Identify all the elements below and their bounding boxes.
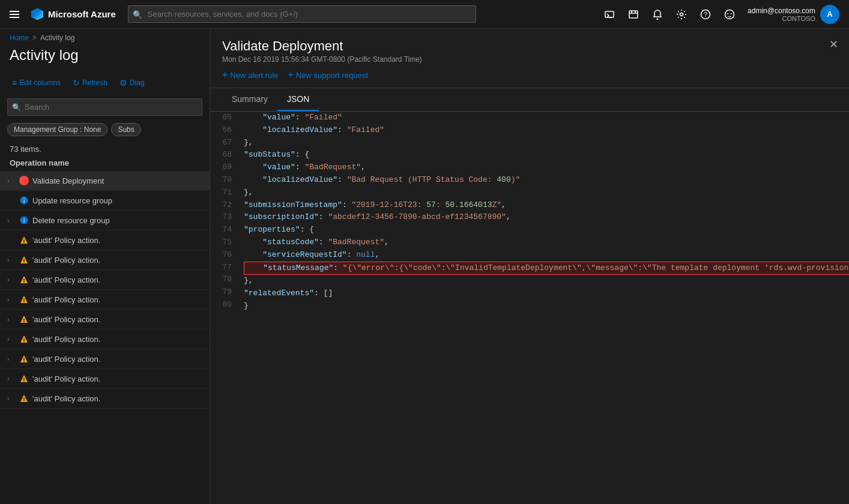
status-icon: !	[19, 176, 29, 185]
panel-header: ✕ Validate Deployment Mon Dec 16 2019 15…	[210, 29, 849, 88]
list-item[interactable]: ›!'audit' Policy action.	[0, 290, 210, 310]
svg-text:i: i	[23, 217, 25, 224]
portal-settings-icon[interactable]	[623, 4, 644, 25]
azure-logo: Microsoft Azure	[24, 8, 123, 20]
list-item-label: Update resource group	[32, 196, 112, 205]
close-button[interactable]: ✕	[825, 36, 842, 53]
svg-point-15	[731, 13, 732, 14]
global-search-input[interactable]	[128, 5, 476, 23]
new-support-request-label: New support request	[296, 71, 368, 80]
status-icon: !	[19, 295, 29, 304]
new-alert-rule-button[interactable]: + New alert rule	[222, 70, 279, 80]
chevron-icon: ›	[7, 395, 16, 402]
page-title: Activity log	[0, 44, 210, 71]
list-item[interactable]: ›!'audit' Policy action.	[0, 389, 210, 409]
user-email: admin@contoso.com	[748, 7, 815, 15]
sidebar-toolbar: ≡ Edit columns ↻ Refresh ⚙ Diag	[0, 71, 210, 95]
edit-columns-button[interactable]: ≡ Edit columns	[7, 76, 65, 90]
plus-icon-alert: +	[222, 70, 228, 80]
global-search[interactable]: 🔍	[128, 5, 476, 23]
tab-summary[interactable]: Summary	[222, 88, 277, 111]
status-icon: !	[19, 235, 29, 245]
settings-gear-icon[interactable]	[671, 4, 692, 25]
list-item[interactable]: !'audit' Policy action.	[0, 230, 210, 250]
help-icon[interactable]: ?	[695, 4, 716, 25]
feedback-icon[interactable]	[719, 4, 740, 25]
line-content: "relatedEvents": []	[244, 287, 849, 300]
line-content: "submissionTimestamp": "2019-12-16T23: 5…	[244, 199, 849, 212]
status-icon: i	[19, 196, 29, 205]
sidebar-search[interactable]: 🔍	[0, 95, 210, 119]
line-number: 80	[217, 299, 232, 311]
panel-tabs: SummaryJSON	[210, 88, 849, 112]
status-icon: !	[19, 374, 29, 383]
line-content: "value": "BadRequest",	[244, 161, 849, 174]
topbar: Microsoft Azure 🔍 ? admin@contoso.com	[0, 0, 849, 29]
list-item[interactable]: iUpdate resource group	[0, 191, 210, 211]
list-item[interactable]: ›!'audit' Policy action.	[0, 270, 210, 290]
refresh-button[interactable]: ↻ Refresh	[68, 76, 112, 90]
search-input[interactable]	[7, 98, 202, 116]
line-number: 67	[217, 137, 232, 149]
list-item[interactable]: ›!'audit' Policy action.	[0, 310, 210, 329]
json-view: 65666768697071727374757677787980 "value"…	[210, 112, 849, 504]
sidebar: Home > Activity log Activity log ≡ Edit …	[0, 29, 210, 504]
tab-json[interactable]: JSON	[277, 88, 319, 111]
sidebar-filters: Management Group : None Subs	[0, 119, 210, 140]
status-icon: !	[19, 334, 29, 344]
line-number: 77	[217, 262, 232, 274]
line-content: "localizedValue": "Failed"	[244, 124, 849, 137]
list-item-label: 'audit' Policy action.	[32, 374, 100, 383]
line-number: 68	[217, 149, 232, 161]
line-content: },	[244, 187, 849, 199]
status-icon: !	[19, 275, 29, 284]
user-info: admin@contoso.com CONTOSO	[748, 7, 815, 22]
list-item-label: 'audit' Policy action.	[32, 315, 100, 324]
line-number: 71	[217, 187, 232, 199]
chevron-icon: ›	[7, 375, 16, 382]
line-content: },	[244, 137, 849, 149]
list-item-label: 'audit' Policy action.	[32, 236, 100, 245]
notifications-icon[interactable]	[647, 4, 668, 25]
diag-button[interactable]: ⚙ Diag	[115, 76, 150, 90]
list-item-label: Delete resource group	[32, 216, 110, 225]
right-panel: ✕ Validate Deployment Mon Dec 16 2019 15…	[210, 29, 849, 504]
management-group-filter[interactable]: Management Group : None	[7, 123, 107, 136]
new-support-request-button[interactable]: + New support request	[288, 70, 368, 80]
status-icon: i	[19, 215, 29, 225]
list-item[interactable]: ›!'audit' Policy action.	[0, 329, 210, 349]
svg-point-13	[725, 10, 734, 19]
refresh-label: Refresh	[82, 79, 107, 87]
json-lines: 65666768697071727374757677787980 "value"…	[210, 112, 849, 313]
chevron-icon: ›	[7, 316, 16, 323]
status-icon: !	[19, 314, 29, 324]
list-item[interactable]: ›!Validate Deployment	[0, 171, 210, 191]
status-icon: !	[19, 394, 29, 403]
cloud-shell-icon[interactable]	[599, 4, 620, 25]
diag-label: Diag	[130, 79, 145, 87]
breadcrumb-home[interactable]: Home	[10, 34, 29, 42]
line-content: },	[244, 275, 849, 287]
breadcrumb-current: Activity log	[40, 34, 74, 42]
line-number: 66	[217, 124, 232, 137]
list-item[interactable]: ›!'audit' Policy action.	[0, 250, 210, 270]
columns-icon: ≡	[12, 78, 17, 88]
user-menu[interactable]: admin@contoso.com CONTOSO A	[743, 5, 844, 24]
svg-point-14	[727, 13, 728, 14]
list-item[interactable]: ›!'audit' Policy action.	[0, 369, 210, 389]
status-icon: !	[19, 255, 29, 265]
line-content: "localizedValue": "Bad Request (HTTP Sta…	[244, 174, 849, 187]
svg-point-9	[657, 18, 659, 20]
subscription-filter[interactable]: Subs	[111, 123, 140, 136]
svg-text:?: ?	[704, 11, 707, 18]
line-content: "serviceRequestId": null,	[244, 249, 849, 262]
list-item[interactable]: ›iDelete resource group	[0, 211, 210, 230]
line-number: 69	[217, 161, 232, 174]
user-avatar[interactable]: A	[820, 5, 839, 24]
edit-columns-label: Edit columns	[19, 79, 61, 87]
svg-text:!: !	[23, 377, 25, 383]
svg-text:!: !	[23, 337, 25, 343]
list-item[interactable]: ›!'audit' Policy action.	[0, 349, 210, 369]
column-header: Operation name	[0, 156, 210, 171]
hamburger-menu[interactable]	[5, 5, 24, 24]
